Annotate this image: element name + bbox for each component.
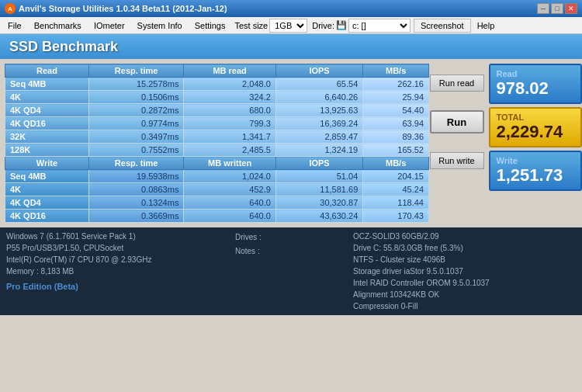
iops: 65.54: [275, 78, 362, 91]
mbs: 45.24: [363, 183, 429, 196]
mbs: 118.44: [363, 196, 429, 210]
row-label: 128K: [5, 144, 89, 157]
right-panel: Run read Run Run write Read 978.02 TOTAL…: [434, 64, 577, 223]
table-row: 32K 0.3497ms 1,341.7 2,859.47 89.36: [5, 130, 429, 144]
table-row: 4K 0.1506ms 324.2 6,640.26 25.94: [5, 91, 429, 104]
run-write-button[interactable]: Run write: [430, 152, 484, 169]
col-resp-time-w: Resp. time: [88, 157, 183, 170]
resp-time: 0.1506ms: [88, 91, 183, 104]
table-row: 128K 0.7552ms 2,485.5 1,324.19 165.52: [5, 144, 429, 157]
mbs: 63.94: [363, 117, 429, 130]
read-score-value: 978.02: [497, 78, 549, 99]
test-size-label: Test size: [234, 21, 268, 30]
mb-write: 452.9: [184, 183, 275, 196]
mb-read: 1,341.7: [184, 130, 275, 144]
drive-icon: 💾: [336, 20, 347, 30]
drive-fs: NTFS - Cluster size 4096B: [353, 254, 576, 265]
minimize-button[interactable]: ─: [537, 3, 549, 14]
ssd-header: SSD Benchmark: [0, 34, 582, 59]
table-row: 4K 0.0863ms 452.9 11,581.69 45.24: [5, 183, 429, 196]
mb-write: 1,024.0: [184, 170, 275, 183]
total-score-value: 2,229.74: [497, 122, 563, 142]
menu-bar: File Benchmarks IOmeter System Info Sett…: [0, 17, 582, 34]
resp-time: 0.9774ms: [88, 117, 183, 130]
table-row: 4K QD16 0.3669ms 640.0 43,630.24 170.43: [5, 210, 429, 223]
table-row: 4K QD4 0.2872ms 680.0 13,925.63 54.40: [5, 104, 429, 117]
col-mbs-w: MB/s: [363, 157, 429, 170]
window-controls[interactable]: ─ □ ✕: [537, 3, 577, 14]
resp-time: 0.1324ms: [88, 196, 183, 210]
read-score-box: Read 978.02: [489, 64, 582, 104]
row-label: 4K: [5, 91, 89, 104]
resp-time: 19.5938ms: [88, 170, 183, 183]
mbs: 262.16: [363, 78, 429, 91]
menu-iometer[interactable]: IOmeter: [88, 18, 131, 33]
drive-label: Drive:: [312, 21, 334, 30]
drive-model: OCZ-SOLID3 60GB/2.09: [353, 231, 576, 242]
drive-select[interactable]: c: []: [348, 19, 411, 33]
col-resp-time: Resp. time: [88, 64, 183, 78]
app-icon: A: [5, 3, 16, 14]
total-score-label: TOTAL: [497, 113, 525, 122]
resp-time: 0.7552ms: [88, 144, 183, 157]
close-button[interactable]: ✕: [565, 3, 577, 14]
mbs: 89.36: [363, 130, 429, 144]
row-label: 32K: [5, 130, 89, 144]
resp-time: 0.3497ms: [88, 130, 183, 144]
write-score-value: 1,251.73: [497, 165, 563, 186]
alignment-info: Alignment 103424KB OK: [353, 289, 576, 300]
buttons-column: Run read Run Run write: [430, 64, 484, 169]
bottom-panel: Windows 7 (6.1.7601 Service Pack 1) P55 …: [0, 227, 582, 315]
raid-info: Intel RAID Controller OROM 9.5.0.1037: [353, 277, 576, 289]
ssd-title: SSD Benchmark: [9, 39, 118, 55]
row-label: Seq 4MB: [5, 78, 89, 91]
col-read: Read: [5, 64, 89, 78]
compression-info: Compression 0-Fill: [353, 300, 576, 312]
benchmark-table: Read Resp. time MB read IOPS MB/s Seq 4M…: [5, 64, 429, 223]
resp-time: 15.2578ms: [88, 78, 183, 91]
mb-read: 799.3: [184, 117, 275, 130]
iops: 2,859.47: [275, 130, 362, 144]
col-iops: IOPS: [275, 64, 362, 78]
menu-benchmarks[interactable]: Benchmarks: [28, 18, 88, 33]
iops: 1,324.19: [275, 144, 362, 157]
run-button[interactable]: Run: [430, 110, 484, 134]
resp-time: 0.3669ms: [88, 210, 183, 223]
menu-help[interactable]: Help: [471, 18, 501, 33]
mb-read: 2,048.0: [184, 78, 275, 91]
row-label: 4K: [5, 183, 89, 196]
mbs: 204.15: [363, 170, 429, 183]
run-read-button[interactable]: Run read: [430, 75, 484, 92]
row-label: Seq 4MB: [5, 170, 89, 183]
write-score-label: Write: [497, 156, 518, 165]
col-mb-written: MB written: [184, 157, 275, 170]
menu-system-info[interactable]: System Info: [131, 18, 189, 33]
drive-group: Drive: 💾 c: []: [312, 19, 411, 33]
iops: 43,630.24: [275, 210, 362, 223]
drives-label: Drives :: [235, 231, 347, 245]
col-iops-w: IOPS: [275, 157, 362, 170]
row-label: 4K QD4: [5, 104, 89, 117]
col-mb-read: MB read: [184, 64, 275, 78]
mb-read: 2,485.5: [184, 144, 275, 157]
test-size-select[interactable]: 1GB: [269, 19, 307, 33]
col-write: Write: [5, 157, 89, 170]
drive-c-info: Drive C: 55.8/3.0GB free (5.3%): [353, 242, 576, 254]
read-header-row: Read Resp. time MB read IOPS MB/s: [5, 64, 429, 78]
iops: 6,640.26: [275, 91, 362, 104]
menu-file[interactable]: File: [2, 18, 28, 33]
screenshot-button[interactable]: Screenshot: [414, 19, 471, 33]
mb-write: 640.0: [184, 210, 275, 223]
test-size-group: Test size 1GB: [234, 19, 307, 33]
iops: 51.04: [275, 170, 362, 183]
write-header-row: Write Resp. time MB written IOPS MB/s: [5, 157, 429, 170]
mbs: 170.43: [363, 210, 429, 223]
maximize-button[interactable]: □: [551, 3, 563, 14]
mb-write: 640.0: [184, 196, 275, 210]
col-mbs: MB/s: [363, 64, 429, 78]
pro-edition-label[interactable]: Pro Edition (Beta): [6, 280, 229, 293]
notes-label: Notes :: [235, 245, 347, 258]
menu-settings[interactable]: Settings: [189, 18, 232, 33]
iops: 13,925.63: [275, 104, 362, 117]
mbs: 165.52: [363, 144, 429, 157]
